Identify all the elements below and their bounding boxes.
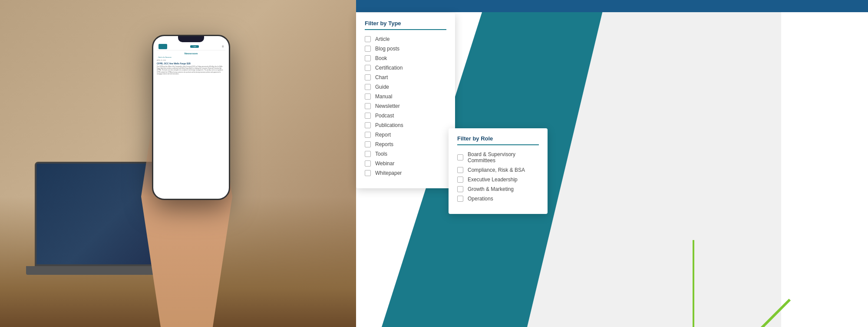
filter-role-title: Filter by Role	[457, 135, 539, 145]
label-manual: Manual	[375, 93, 392, 100]
checkbox-article[interactable]	[365, 36, 371, 42]
phone: Login ☰ Newsroom ← Back to the Newsroom …	[143, 35, 239, 226]
label-board-supervisory: Board & Supervisory Committees	[468, 151, 539, 164]
filter-item-guide[interactable]: Guide	[365, 84, 446, 90]
checkbox-newsletter[interactable]	[365, 103, 371, 109]
checkbox-book[interactable]	[365, 55, 371, 61]
filter-item-newsletter[interactable]: Newsletter	[365, 103, 446, 109]
filter-item-tools[interactable]: Tools	[365, 151, 446, 157]
checkbox-compliance-risk[interactable]	[457, 167, 463, 173]
label-blog-posts: Blog posts	[375, 46, 399, 52]
label-webinar: Webinar	[375, 160, 394, 167]
phone-app-logo	[158, 44, 167, 49]
checkbox-certification[interactable]	[365, 65, 371, 71]
phone-login-btn: Login	[190, 45, 199, 48]
checkbox-whitepaper[interactable]	[365, 170, 371, 176]
label-chart: Chart	[375, 74, 388, 80]
checkbox-executive-leadership[interactable]	[457, 177, 463, 183]
label-certification: Certification	[375, 65, 403, 71]
filter-item-compliance-risk[interactable]: Compliance, Risk & BSA	[457, 167, 539, 173]
label-executive-leadership: Executive Leadership	[468, 177, 518, 183]
label-publications: Publications	[375, 122, 403, 128]
phone-article-headline: CFPB, OCC fine Wells Fargo $1B	[157, 62, 225, 65]
filter-item-whitepaper[interactable]: Whitepaper	[365, 170, 446, 176]
label-compliance-risk: Compliance, Risk & BSA	[468, 167, 525, 173]
filter-item-operations[interactable]: Operations	[457, 196, 539, 202]
filter-role-panel: Filter by Role Board & Supervisory Commi…	[449, 128, 548, 214]
label-article: Article	[375, 36, 389, 42]
label-newsletter: Newsletter	[375, 103, 400, 109]
label-operations: Operations	[468, 196, 493, 202]
filter-item-article[interactable]: Article	[365, 36, 446, 42]
top-bar	[356, 0, 868, 12]
phone-article-text: The CFPB and the Office of the Comptroll…	[157, 66, 225, 75]
filter-item-executive-leadership[interactable]: Executive Leadership	[457, 177, 539, 183]
filter-item-publications[interactable]: Publications	[365, 122, 446, 128]
checkbox-growth-marketing[interactable]	[457, 186, 463, 192]
label-tools: Tools	[375, 151, 387, 157]
checkbox-publications[interactable]	[365, 122, 371, 128]
checkbox-guide[interactable]	[365, 84, 371, 90]
checkbox-blog-posts[interactable]	[365, 46, 371, 52]
checkbox-operations[interactable]	[457, 196, 463, 202]
filter-item-reports[interactable]: Reports	[365, 141, 446, 147]
filter-item-webinar[interactable]: Webinar	[365, 160, 446, 167]
checkbox-webinar[interactable]	[365, 160, 371, 167]
label-book: Book	[375, 55, 387, 61]
filter-item-blog-posts[interactable]: Blog posts	[365, 46, 446, 52]
phone-back-link: ← Back to the Newsroom	[157, 57, 225, 58]
filter-item-growth-marketing[interactable]: Growth & Marketing	[457, 186, 539, 192]
filter-item-podcast[interactable]: Podcast	[365, 113, 446, 119]
filter-type-title: Filter by Type	[365, 20, 446, 30]
checkbox-board-supervisory[interactable]	[457, 154, 463, 160]
phone-article-date: APRIL 23, 2018	[157, 60, 225, 61]
filter-type-panel: Filter by Type Article Blog posts Book C…	[356, 13, 455, 188]
filter-item-chart[interactable]: Chart	[365, 74, 446, 80]
phone-screen: Login ☰ Newsroom ← Back to the Newsroom …	[153, 36, 229, 199]
phone-newsroom-title: Newsroom	[157, 52, 225, 55]
filter-item-book[interactable]: Book	[365, 55, 446, 61]
phone-notch	[178, 36, 204, 42]
label-podcast: Podcast	[375, 113, 394, 119]
checkbox-reports[interactable]	[365, 141, 371, 147]
checkbox-podcast[interactable]	[365, 113, 371, 119]
geo-green-line2	[693, 240, 694, 327]
label-report: Report	[375, 132, 391, 138]
filter-item-board-supervisory[interactable]: Board & Supervisory Committees	[457, 151, 539, 164]
label-reports: Reports	[375, 141, 393, 147]
filter-item-certification[interactable]: Certification	[365, 65, 446, 71]
filter-item-manual[interactable]: Manual	[365, 93, 446, 100]
label-growth-marketing: Growth & Marketing	[468, 186, 514, 192]
filter-item-report[interactable]: Report	[365, 132, 446, 138]
label-whitepaper: Whitepaper	[375, 170, 402, 176]
checkbox-manual[interactable]	[365, 93, 371, 100]
checkbox-tools[interactable]	[365, 151, 371, 157]
label-guide: Guide	[375, 84, 389, 90]
checkbox-report[interactable]	[365, 132, 371, 138]
checkbox-chart[interactable]	[365, 74, 371, 80]
